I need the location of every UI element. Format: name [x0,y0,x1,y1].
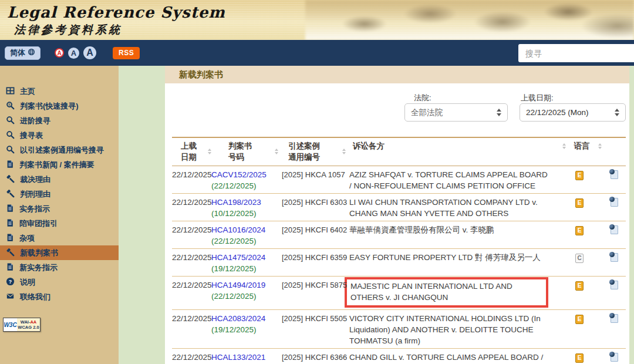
sidebar-item-reasons-for-sentence[interactable]: 判刑理由 [0,187,119,201]
translate-globe-icon[interactable] [611,225,618,234]
translate-globe-icon[interactable] [611,353,618,362]
wcag-conformance-badge[interactable]: W3C WAI-AA WCAG 2.0 [3,318,41,332]
parties-cell: 華融華僑資產管理股份有限公司 v. 李晓鹏 [349,221,553,249]
sort-icon[interactable] [342,149,346,154]
wcag-label: WAI-AA WCAG 2.0 [17,318,40,331]
sidebar-item-label: 主页 [20,86,35,97]
sidebar-item-label: 杂项 [19,233,35,244]
sidebar-item-reasons-for-verdict[interactable]: 裁决理由 [0,172,119,187]
upload-date-cell: 22/12/2025 [172,277,211,310]
gavel-icon [6,189,15,200]
judgments-table: 上载日期 判案书号码 引述案例通用编号 诉讼各方 语言 22/12/2025 C… [172,137,626,364]
sort-icon[interactable] [562,143,566,149]
translate-globe-icon[interactable] [611,198,618,207]
upload-date-cell: 22/12/2025 [172,194,211,221]
sort-icon[interactable] [208,149,211,154]
language-english-icon[interactable]: E [575,226,584,235]
search-document-icon [6,101,15,112]
document-icon [6,262,14,273]
court-filter-select[interactable]: 全部法院 [404,103,508,122]
language-toggle-button[interactable]: 简体 [5,46,41,60]
search-icon [6,145,15,156]
sidebar-item-contact-us[interactable]: 联络我们 [0,289,119,304]
sidebar-item-newly-uploaded-judgments[interactable]: 新载判案书 [0,245,119,260]
search-input[interactable] [518,44,634,62]
gavel-icon [6,248,15,258]
parties-cell: MAJESTIC PLAN INTERNATIONAL LTD AND OTHE… [350,282,512,302]
upload-date-cell: 22/12/2025 [172,249,211,277]
select-updown-icon [615,109,619,116]
site-title-chinese: 法律參考資料系統 [14,22,122,38]
case-number-link[interactable]: HCA1494/2019 [211,281,265,289]
language-english-icon[interactable]: E [575,353,584,363]
sidebar-item-advanced-search[interactable]: 进阶搜寻 [0,113,119,128]
sidebar: 主页 判案书(快速搜寻) 进阶搜寻 搜寻表 以引述案例通用编号搜寻 判案书新闻 … [0,66,119,364]
sidebar-item-judgment-news[interactable]: 判案书新闻 / 案件摘要 [0,157,119,172]
col-header-citation: 引述案例通用编号 [288,140,320,163]
language-english-icon[interactable]: E [575,198,584,208]
case-number-link[interactable]: HCAL133/2021 [211,353,265,362]
col-header-upload-date: 上载日期 [181,140,204,163]
sidebar-item-miscellaneous[interactable]: 杂项 [0,231,119,245]
col-header-parties: 诉讼各方 [353,141,385,150]
document-icon [6,218,14,229]
font-size-large-button[interactable]: A [83,46,96,59]
font-size-medium-button[interactable]: A [68,48,79,59]
sidebar-item-neutral-citation-search[interactable]: 以引述案例通用编号搜寻 [0,143,119,157]
table-row: 22/12/2025 HCAL133/2021(22/12/2025) [202… [172,349,626,364]
parties-cell: EASY FORTUNE PROPERTY LTD 對 傅芳瑋及另一人 [349,249,553,277]
sidebar-item-judgment-quick-search[interactable]: 判案书(快速搜寻) [0,99,119,113]
document-icon [6,160,14,170]
sidebar-item-label: 以引述案例通用编号搜寻 [20,145,104,156]
sidebar-item-label: 裁决理由 [20,174,50,185]
language-english-icon[interactable]: E [575,315,584,324]
sidebar-item-practice-directions[interactable]: 实务指示 [0,201,119,216]
sidebar-item-jury-directions[interactable]: 陪审团指引 [0,216,119,231]
language-english-icon[interactable]: E [575,281,584,291]
gavel-icon [6,174,15,185]
search-icon [6,116,15,126]
sort-icon[interactable] [598,143,602,149]
judgment-date: (10/12/2025) [211,208,277,219]
document-icon [6,204,14,214]
parties-cell: CHAND GILL v. TORTURE CLAIMS APPEAL BOAR… [349,353,543,364]
citation-cell: [2025] HKCA 1057 [282,166,349,194]
mail-icon [6,292,15,302]
upload-date-filter-select[interactable]: 22/12/2025 (Mon) [520,103,626,122]
sidebar-item-label: 判案书新闻 / 案件摘要 [19,160,95,170]
translate-globe-icon[interactable] [611,170,618,179]
font-size-small-button[interactable]: A [55,48,64,58]
sort-icon[interactable] [275,149,278,154]
sidebar-item-help[interactable]: ? 说明 [0,275,119,289]
col-header-language: 语言 [574,140,590,151]
case-number-link[interactable]: CACV152/2025 [211,170,267,179]
case-number-link[interactable]: HCA2083/2024 [211,314,265,323]
right-gutter [629,66,634,364]
court-filter-label: 法院: [414,93,431,103]
search-icon [6,130,15,141]
col-header-case-no: 判案书号码 [228,140,252,163]
language-chinese-icon[interactable]: C [575,254,584,263]
table-row: 22/12/2025 CACV152/2025(22/12/2025) [202… [172,166,626,194]
site-title-english: Legal Reference System [7,4,225,21]
language-english-icon[interactable]: E [575,171,584,180]
sidebar-item-label: 搜寻表 [20,130,43,141]
sidebar-item-label: 说明 [20,277,35,288]
w3c-logo: W3C [4,318,17,331]
judgment-date: (19/12/2025) [211,324,277,335]
sidebar-item-search-form[interactable]: 搜寻表 [0,128,119,143]
table-row-highlighted: 22/12/2025 HCA1494/2019(22/12/2025) [202… [172,277,626,310]
translate-globe-icon[interactable] [611,281,618,289]
sidebar-item-label: 陪审团指引 [19,218,58,229]
case-number-link[interactable]: HCA1016/2024 [211,225,265,234]
top-navbar: 简体 A A A RSS [0,40,634,66]
translate-globe-icon[interactable] [611,314,618,323]
sidebar-item-new-practice-directions[interactable]: 新实务指示 [0,260,119,275]
upload-date-cell: 22/12/2025 [172,349,211,364]
sidebar-item-home[interactable]: 主页 [0,84,119,99]
rss-button[interactable]: RSS [113,47,140,59]
case-number-link[interactable]: HCA198/2023 [211,198,261,207]
translate-globe-icon[interactable] [611,253,618,262]
case-number-link[interactable]: HCA1475/2024 [211,253,265,262]
main-content: 新载判案书 法院: 全部法院 上载日期: 22/12/2025 (Mon) 上载… [165,66,629,364]
